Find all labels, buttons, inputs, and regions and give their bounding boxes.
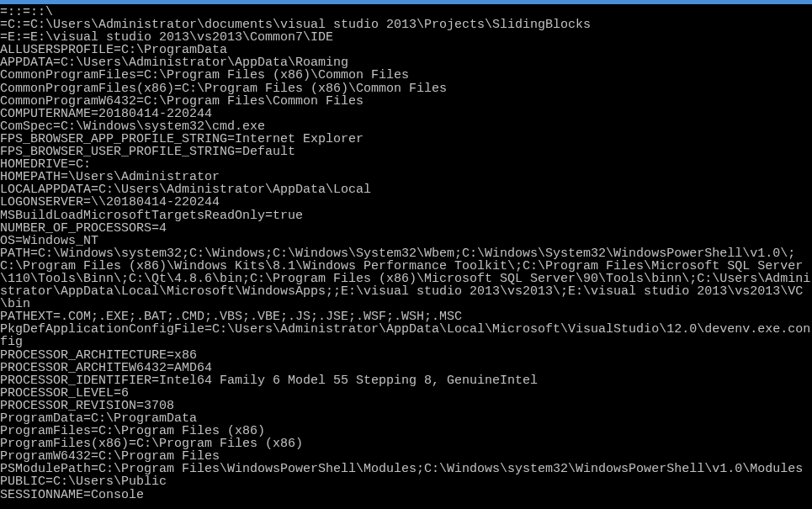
env-line: PATH=C:\Windows\system32;C:\Windows;C:\W… [0, 247, 812, 310]
env-line: ProgramData=C:\ProgramData [0, 412, 812, 425]
env-line: PROCESSOR_ARCHITEW6432=AMD64 [0, 362, 812, 374]
env-line: =C:=C:\Users\Administrator\documents\vis… [0, 19, 812, 31]
env-line: COMPUTERNAME=20180414-220244 [0, 108, 812, 120]
env-line: LOCALAPPDATA=C:\Users\Administrator\AppD… [0, 183, 812, 196]
env-line: APPDATA=C:\Users\Administrator\AppData\R… [0, 56, 812, 69]
env-line: LOGONSERVER=\\20180414-220244 [0, 196, 812, 209]
env-line: FPS_BROWSER_APP_PROFILE_STRING=Internet … [0, 133, 812, 146]
env-line: PROCESSOR_ARCHITECTURE=x86 [0, 349, 812, 362]
env-line: NUMBER_OF_PROCESSORS=4 [0, 222, 812, 235]
env-line: FPS_BROWSER_USER_PROFILE_STRING=Default [0, 146, 812, 158]
env-line: OS=Windows_NT [0, 235, 812, 247]
env-line: CommonProgramFiles=C:\Program Files (x86… [0, 69, 812, 82]
env-line: MSBuildLoadMicrosoftTargetsReadOnly=true [0, 209, 812, 222]
env-line: ALLUSERSPROFILE=C:\ProgramData [0, 44, 812, 56]
env-line: PROCESSOR_LEVEL=6 [0, 387, 812, 400]
env-line: =E:=E:\visual studio 2013\vs2013\Common7… [0, 31, 812, 44]
env-line: PROCESSOR_IDENTIFIER=Intel64 Family 6 Mo… [0, 374, 812, 387]
env-line: PSModulePath=C:\Program Files\WindowsPow… [0, 463, 812, 475]
env-line: ProgramFiles=C:\Program Files (x86) [0, 425, 812, 437]
env-line: PATHEXT=.COM;.EXE;.BAT;.CMD;.VBS;.VBE;.J… [0, 310, 812, 323]
env-line: CommonProgramFiles(x86)=C:\Program Files… [0, 82, 812, 95]
env-line: SESSIONNAME=Console [0, 489, 812, 501]
env-line: PUBLIC=C:\Users\Public [0, 475, 812, 488]
env-line: HOMEDRIVE=C: [0, 158, 812, 171]
env-line: HOMEPATH=\Users\Administrator [0, 171, 812, 183]
env-line: PROCESSOR_REVISION=3708 [0, 400, 812, 412]
env-line: ProgramW6432=C:\Program Files [0, 450, 812, 463]
env-line: ComSpec=C:\Windows\system32\cmd.exe [0, 120, 812, 133]
env-line: PkgDefApplicationConfigFile=C:\Users\Adm… [0, 323, 812, 348]
env-line: CommonProgramW6432=C:\Program Files\Comm… [0, 95, 812, 108]
env-line: =::=::\ [0, 6, 812, 19]
terminal-output[interactable]: =::=::\=C:=C:\Users\Administrator\docume… [0, 4, 812, 501]
env-line: ProgramFiles(x86)=C:\Program Files (x86) [0, 437, 812, 450]
